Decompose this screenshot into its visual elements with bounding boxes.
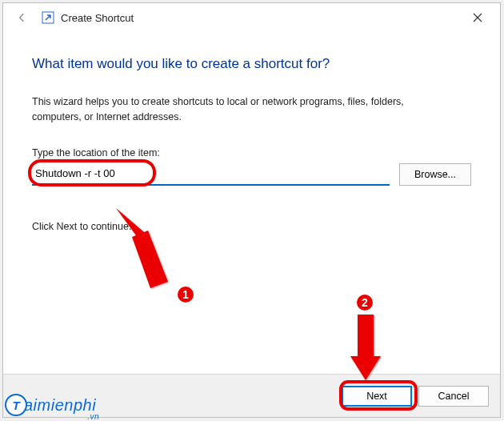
cancel-button[interactable]: Cancel [418, 386, 489, 407]
location-input[interactable] [32, 163, 390, 186]
page-heading: What item would you like to create a sho… [32, 56, 471, 72]
wizard-content: What item would you like to create a sho… [3, 32, 500, 240]
titlebar: Create Shortcut [3, 3, 500, 32]
wizard-window: Create Shortcut What item would you like… [2, 2, 501, 418]
next-button[interactable]: Next [342, 386, 412, 407]
shortcut-icon [42, 11, 54, 24]
location-row: Browse... [32, 163, 471, 186]
wizard-footer: Next Cancel [3, 374, 500, 417]
page-description: This wizard helps you to create shortcut… [32, 94, 448, 125]
back-arrow-icon[interactable] [13, 8, 32, 27]
window-title: Create Shortcut [61, 12, 134, 24]
continue-hint: Click Next to continue. [32, 221, 471, 232]
location-label: Type the location of the item: [32, 147, 471, 158]
browse-button[interactable]: Browse... [399, 163, 471, 186]
close-icon[interactable] [462, 6, 494, 29]
